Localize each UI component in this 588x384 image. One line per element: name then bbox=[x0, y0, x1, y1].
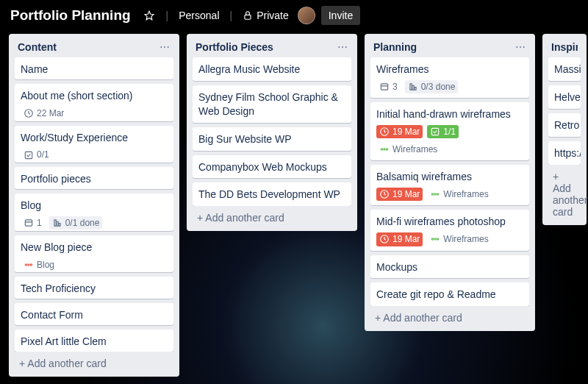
card[interactable]: https://lynnandtonic.com bbox=[548, 141, 581, 165]
svg-marker-0 bbox=[145, 11, 154, 20]
list-header: Inspiration bbox=[548, 40, 581, 57]
list-menu-button[interactable]: ⋯ bbox=[515, 41, 526, 53]
card[interactable]: The DD Bets Development WP bbox=[193, 182, 351, 206]
card-title: Massimo Vignelli bbox=[554, 63, 575, 77]
card-title: The DD Bets Development WP bbox=[198, 188, 345, 202]
svg-point-8 bbox=[30, 263, 32, 265]
team-visibility[interactable]: Personal bbox=[176, 7, 222, 24]
label-icon bbox=[430, 189, 440, 199]
badge-text: 19 Mar bbox=[392, 126, 420, 138]
clock-icon bbox=[379, 127, 390, 137]
card-list: Wireframes30/3 doneInitial hand-drawn wi… bbox=[370, 57, 529, 306]
list-title[interactable]: Planning bbox=[373, 41, 417, 53]
list-header: Portfolio Pieces⋯ bbox=[193, 40, 351, 57]
card-badges: 10/1 done bbox=[21, 216, 168, 230]
card-list: Allegra Music WebsiteSydney Film School … bbox=[193, 57, 351, 206]
card-badge: 19 Mar bbox=[376, 125, 423, 138]
card-title: Contact Form bbox=[21, 308, 168, 322]
card[interactable]: Balsamiq wireframes19 MarWireframes bbox=[370, 165, 529, 205]
badge-text: Wireframes bbox=[392, 143, 437, 155]
list-title[interactable]: Content bbox=[18, 41, 57, 53]
card-title: Mockups bbox=[376, 260, 523, 274]
svg-point-6 bbox=[25, 263, 26, 265]
add-card-button[interactable]: + Add another card bbox=[15, 352, 173, 374]
add-card-button[interactable]: + Add another card bbox=[193, 206, 351, 228]
clock-icon bbox=[379, 234, 390, 244]
card[interactable]: Sydney Film School Graphic & Web Design bbox=[193, 85, 351, 123]
card-title: Tech Proficiency bbox=[21, 282, 168, 296]
card-title: Wireframes bbox=[376, 63, 523, 77]
list-menu-button[interactable]: ⋯ bbox=[159, 41, 171, 53]
card[interactable]: New Blog pieceBlog bbox=[15, 235, 173, 273]
list-header: Planning⋯ bbox=[370, 40, 529, 57]
card[interactable]: Name bbox=[15, 57, 173, 79]
board-canvas: Content⋯NameAbout me (short section)22 M… bbox=[0, 34, 588, 384]
list: Portfolio Pieces⋯Allegra Music WebsiteSy… bbox=[187, 34, 357, 231]
add-card-button[interactable]: + Add another card bbox=[370, 306, 529, 328]
card[interactable]: Blog10/1 done bbox=[15, 193, 173, 231]
board-header: Portfolio Planning | Personal | Private … bbox=[0, 0, 588, 34]
card[interactable]: Helvetica bbox=[548, 85, 581, 109]
card-list: Massimo VignelliHelveticaRetro Designhtt… bbox=[548, 57, 581, 165]
svg-point-14 bbox=[384, 149, 385, 150]
card-title: Retro Design bbox=[554, 118, 575, 132]
list-title[interactable]: Portfolio Pieces bbox=[196, 41, 273, 53]
clock-icon bbox=[24, 108, 34, 118]
card[interactable]: Big Sur Website WP bbox=[193, 127, 351, 151]
add-card-button[interactable]: + Add another card bbox=[548, 165, 581, 222]
card-badges: 0/1 bbox=[21, 148, 168, 161]
svg-rect-3 bbox=[25, 152, 32, 158]
card-title: About me (short section) bbox=[21, 89, 168, 103]
board-visibility[interactable]: Private bbox=[240, 7, 292, 24]
card-badge: 0/1 done bbox=[49, 216, 103, 230]
card[interactable]: Mockups bbox=[370, 255, 529, 279]
card[interactable]: Contact Form bbox=[15, 303, 173, 325]
card-badge: 19 Mar bbox=[376, 232, 423, 246]
card-title: New Blog piece bbox=[21, 241, 168, 255]
card[interactable]: Companybox Web Mockups bbox=[193, 155, 351, 179]
svg-point-19 bbox=[437, 193, 439, 195]
card-title: Name bbox=[21, 63, 168, 77]
card[interactable]: Tech Proficiency bbox=[15, 277, 173, 299]
card-badge: Blog bbox=[21, 258, 57, 271]
card[interactable]: About me (short section)22 Mar bbox=[15, 84, 173, 121]
team-name: Personal bbox=[179, 10, 219, 21]
card[interactable]: Wireframes30/3 done bbox=[370, 57, 529, 98]
list: Planning⋯Wireframes30/3 doneInitial hand… bbox=[365, 34, 535, 331]
star-button[interactable] bbox=[140, 9, 159, 22]
svg-rect-9 bbox=[381, 84, 387, 90]
card[interactable]: Mid-fi wireframes photoshop19 MarWirefra… bbox=[370, 210, 529, 250]
divider: | bbox=[229, 10, 234, 21]
list: Content⋯NameAbout me (short section)22 M… bbox=[9, 34, 179, 377]
avatar[interactable] bbox=[298, 7, 315, 24]
lock-icon bbox=[243, 10, 253, 21]
card[interactable]: Initial hand-drawn wireframes19 Mar1/1Wi… bbox=[370, 102, 529, 160]
badge-text: Wireframes bbox=[443, 188, 488, 200]
divider: | bbox=[165, 10, 171, 21]
badge-text: 0/1 bbox=[37, 149, 49, 160]
card-badge: 3 bbox=[376, 80, 401, 93]
card[interactable]: Retro Design bbox=[548, 113, 581, 137]
card[interactable]: Pixel Art little Clem bbox=[15, 330, 173, 352]
card-badges: Blog bbox=[21, 258, 168, 271]
list: InspirationMassimo VignelliHelveticaRetr… bbox=[542, 34, 587, 225]
list-title[interactable]: Inspiration bbox=[551, 41, 578, 53]
card[interactable]: Create git repo & Readme bbox=[370, 282, 529, 306]
card-badges: 30/3 done bbox=[376, 80, 523, 93]
card[interactable]: Massimo Vignelli bbox=[548, 57, 581, 81]
card-title: Blog bbox=[21, 199, 168, 213]
badge-text: 0/1 done bbox=[65, 217, 100, 229]
card[interactable]: Work/Study Experience0/1 bbox=[15, 126, 173, 163]
badge-text: 3 bbox=[392, 81, 398, 93]
badge-text: 19 Mar bbox=[392, 233, 420, 245]
card[interactable]: Allegra Music Website bbox=[193, 57, 351, 81]
badge-text: 1 bbox=[37, 217, 42, 229]
invite-button[interactable]: Invite bbox=[321, 6, 360, 25]
card[interactable]: Portfolio pieces bbox=[15, 167, 173, 189]
svg-point-15 bbox=[386, 149, 387, 150]
list-menu-button[interactable]: ⋯ bbox=[337, 41, 348, 53]
svg-rect-4 bbox=[25, 220, 32, 226]
card-badge: 1/1 bbox=[427, 125, 459, 138]
card-badge: 19 Mar bbox=[376, 188, 423, 201]
card-title: Allegra Music Website bbox=[198, 63, 345, 77]
